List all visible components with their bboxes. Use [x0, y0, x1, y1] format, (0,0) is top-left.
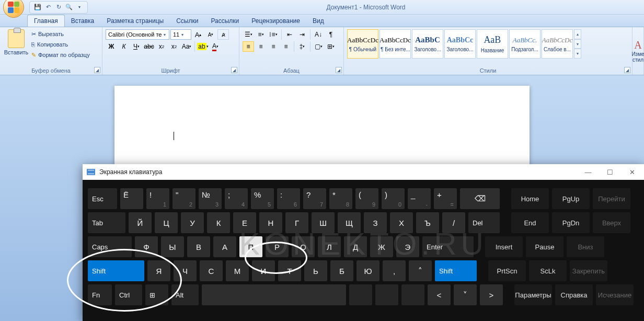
tab-home[interactable]: Главная [27, 15, 65, 27]
shrink-font-button[interactable]: A▾ [205, 29, 216, 40]
printpreview-icon[interactable]: 🔍 [64, 3, 74, 12]
align-left-button[interactable]: ≡ [243, 41, 254, 52]
shading-button[interactable]: ▢▾ [313, 41, 324, 52]
key-r1-1[interactable]: !1 [146, 188, 169, 209]
tab-layout[interactable]: Разметка страницы [100, 15, 170, 27]
key-shift-left[interactable]: Shift [88, 260, 144, 281]
key-win[interactable]: ⊞ [145, 284, 168, 305]
key-tab[interactable]: Tab [88, 212, 125, 233]
osk-titlebar[interactable]: Экранная клавиатура — ☐ ✕ [83, 164, 644, 180]
key-Ф[interactable]: Ф [135, 236, 158, 257]
key-Т[interactable]: Т [278, 260, 301, 281]
key-Э[interactable]: Э [396, 236, 419, 257]
tab-references[interactable]: Ссылки [170, 15, 204, 27]
key-Й[interactable]: Й [129, 212, 152, 233]
strike-button[interactable]: abc [143, 41, 155, 52]
key-prtscn[interactable]: PrtScn [488, 260, 526, 281]
subscript-button[interactable]: x2 [156, 41, 167, 52]
align-center-button[interactable]: ≡ [255, 41, 267, 52]
key-r1-10[interactable]: )0 [382, 188, 405, 209]
paste-icon[interactable] [8, 29, 25, 48]
key-backspace[interactable]: ⌫ [460, 188, 500, 209]
styles-dialog-launcher[interactable]: ◢ [624, 67, 630, 73]
key-enter[interactable]: Enter [422, 236, 474, 257]
key-А[interactable]: А [213, 236, 236, 257]
highlight-button[interactable]: ab▾ [197, 41, 209, 52]
style-item-4[interactable]: АаВНазвание [477, 29, 508, 59]
key-М[interactable]: М [226, 260, 249, 281]
bullets-button[interactable]: ☰▾ [243, 29, 254, 40]
key-r1-3[interactable]: №3 [199, 188, 222, 209]
key-r1-2[interactable]: "2 [172, 188, 196, 209]
tab-view[interactable]: Вид [306, 15, 330, 27]
redo-icon[interactable]: ↻ [54, 3, 63, 12]
key-Д[interactable]: Д [344, 236, 367, 257]
grow-font-button[interactable]: A▴ [192, 29, 204, 40]
key-esc[interactable]: Esc [88, 188, 117, 209]
key-Ж[interactable]: Ж [370, 236, 393, 257]
key-Ь[interactable]: Ь [304, 260, 327, 281]
key-r1-4[interactable]: ;4 [225, 188, 248, 209]
key-alt-left[interactable]: Alt [171, 284, 199, 305]
paragraph-dialog-launcher[interactable]: ◢ [336, 67, 342, 73]
multilevel-button[interactable]: ⁞≡▾ [268, 29, 279, 40]
style-item-1[interactable]: AaBbCcDc¶ Без инте... [380, 29, 411, 59]
copy-button[interactable]: ⎘Копировать [31, 40, 90, 49]
paste-label[interactable]: Вставить [4, 49, 29, 55]
key-Ъ[interactable]: Ъ [416, 212, 439, 233]
key-Ц[interactable]: Ц [155, 212, 178, 233]
change-case-button[interactable]: Aa▾ [181, 41, 192, 52]
numbering-button[interactable]: ≡▾ [255, 29, 267, 40]
tab-mailings[interactable]: Рассылки [204, 15, 245, 27]
key-end[interactable]: End [511, 212, 549, 233]
key-Р[interactable]: Р [266, 236, 289, 257]
style-item-0[interactable]: AaBbCcDc¶ Обычный [347, 29, 378, 59]
style-item-5[interactable]: AaBbCc.Подзагол... [509, 29, 540, 59]
key-r1-11[interactable]: _- [408, 188, 431, 209]
font-dialog-launcher[interactable]: ◢ [231, 67, 237, 73]
key-left[interactable]: < [428, 284, 451, 305]
key-У[interactable]: У [181, 212, 204, 233]
key-Щ[interactable]: Щ [338, 212, 361, 233]
bold-button[interactable]: Ж [106, 41, 117, 52]
clear-format-button[interactable]: A̷ [217, 29, 229, 40]
key-r1-7[interactable]: ?7 [303, 188, 326, 209]
outdent-button[interactable]: ⇤ [284, 29, 295, 40]
borders-button[interactable]: ⊞▾ [325, 41, 337, 52]
font-name-combo[interactable]: Calibri (Основной те▾ [106, 29, 169, 40]
undo-icon[interactable]: ↶ [43, 3, 53, 12]
clipboard-dialog-launcher[interactable]: ◢ [94, 67, 100, 73]
style-item-3[interactable]: AaBbCcЗаголово... [444, 29, 476, 59]
styles-more[interactable]: ▴▾▾ [574, 29, 581, 59]
justify-button[interactable]: ≡ [280, 41, 292, 52]
close-button[interactable]: ✕ [624, 168, 640, 176]
line-spacing-button[interactable]: ‡▾ [296, 41, 308, 52]
key-Ы[interactable]: Ы [161, 236, 184, 257]
style-item-2[interactable]: AaBbCЗаголово... [412, 29, 443, 59]
tab-review[interactable]: Рецензирование [245, 15, 306, 27]
key-В[interactable]: В [187, 236, 210, 257]
save-icon[interactable]: 💾 [33, 3, 42, 12]
change-styles-button[interactable]: A Изме стил [632, 27, 644, 75]
key-r1-0[interactable]: Ё [120, 188, 143, 209]
key-space[interactable] [202, 284, 346, 305]
key-del[interactable]: Del [468, 212, 500, 233]
key-исчезание[interactable]: Исчезание [596, 284, 634, 305]
show-marks-button[interactable]: ¶ [325, 29, 337, 40]
key-slash[interactable]: / [442, 212, 465, 233]
minimize-button[interactable]: — [580, 168, 596, 176]
key-Ю[interactable]: Ю [356, 260, 380, 281]
key-перейти[interactable]: Перейти [593, 188, 630, 209]
key-параметры[interactable]: Параметры [514, 284, 552, 305]
underline-button[interactable]: Ч▾ [131, 41, 142, 52]
maximize-button[interactable]: ☐ [602, 168, 618, 176]
key-Б[interactable]: Б [330, 260, 353, 281]
key-Л[interactable]: Л [318, 236, 341, 257]
key-Е[interactable]: Е [233, 212, 256, 233]
key-Г[interactable]: Г [285, 212, 308, 233]
key-menu[interactable] [375, 284, 398, 305]
key-ctrl-right[interactable] [401, 284, 424, 305]
key-home[interactable]: Home [511, 188, 549, 209]
key-shift-right[interactable]: Shift [435, 260, 477, 281]
font-color-button[interactable]: A▾ [210, 41, 221, 52]
